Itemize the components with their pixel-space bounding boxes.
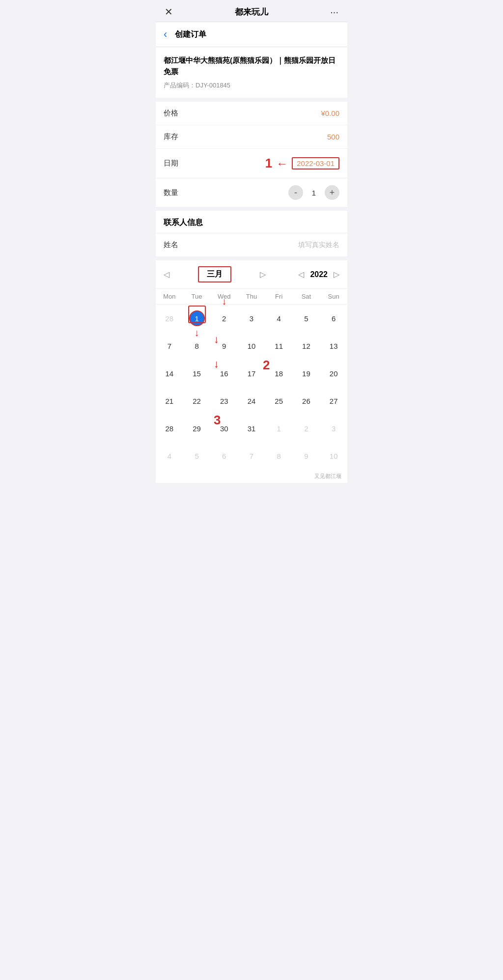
calendar-section: ◁ 三月 ▷ ◁ 2022 ▷ Mon Tue Wed Thu Fri Sat … [156,260,347,483]
cal-day-26[interactable]: 26 [293,387,320,415]
qty-minus-button[interactable]: - [288,185,303,200]
cal-day-19[interactable]: 19 [293,360,320,387]
stock-value: 500 [327,133,339,141]
cal-day-6-apr[interactable]: 6 [210,442,238,470]
calendar-grid: 28 1 2 ↓ 3 4 5 6 [156,305,347,470]
weekday-tue: Tue [183,289,211,304]
weekday-wed: Wed [210,289,238,304]
cal-day-28-mar[interactable]: 28 [156,415,183,442]
cal-day-5[interactable]: 5 [293,305,320,332]
stock-row: 库存 500 [156,125,347,149]
date-row[interactable]: 日期 1 ← 2022-03-01 [156,149,347,178]
cal-day-9-apr[interactable]: 9 [293,442,320,470]
weekday-sun: Sun [320,289,347,304]
cal-day-30[interactable]: 30 [210,415,238,442]
cal-day-6[interactable]: 6 [320,305,347,332]
cal-day-21[interactable]: 21 [156,387,183,415]
next-year-button[interactable]: ▷ [330,268,343,281]
info-section: 价格 ¥0.00 库存 500 日期 1 ← 2022-03-01 数量 - 1… [156,102,347,207]
contact-section: 联系人信息 姓名 填写真实姓名 [156,211,347,256]
weekday-sat: Sat [293,289,320,304]
top-nav: ✕ 都来玩儿 ··· [156,0,347,22]
calendar-weekdays: Mon Tue Wed Thu Fri Sat Sun [156,289,347,305]
cal-day-18[interactable]: 18 [265,360,293,387]
annotation-1-label: 1 [265,156,272,171]
cal-day-16[interactable]: 16 [210,360,238,387]
cal-day-14[interactable]: 14 [156,360,183,387]
contact-header: 联系人信息 [156,211,347,233]
cal-day-22[interactable]: 22 [183,387,211,415]
qty-controls: - 1 + [288,185,339,200]
page-header: ‹ 创建订单 [156,22,347,47]
cal-day-25[interactable]: 25 [265,387,293,415]
price-label: 价格 [164,109,178,118]
cal-day-31[interactable]: 31 [238,415,265,442]
contact-name-row[interactable]: 姓名 填写真实姓名 [156,233,347,256]
weekday-mon: Mon [156,289,183,304]
cal-day-1-apr[interactable]: 1 [265,415,293,442]
weekday-fri: Fri [265,289,293,304]
date-label: 日期 [164,159,178,168]
cal-day-12[interactable]: 12 [293,332,320,360]
page-title: 创建订单 [175,29,206,40]
cal-day-8[interactable]: 8 ↓ [183,332,211,360]
close-icon[interactable]: ✕ [165,6,173,18]
prev-year-button[interactable]: ◁ [294,268,308,281]
cal-day-20[interactable]: 20 [320,360,347,387]
cal-day-23[interactable]: 23 [210,387,238,415]
cal-day-4[interactable]: 4 [265,305,293,332]
product-title: 都江堰中华大熊猫苑(原熊猫乐园）｜熊猫乐园开放日免票 [164,55,339,77]
cal-day-7-apr[interactable]: 7 [238,442,265,470]
qty-row: 数量 - 1 + [156,178,347,207]
year-label: 2022 [310,270,328,279]
month-box[interactable]: 三月 [198,266,231,282]
cal-day-2[interactable]: 2 ↓ [210,305,238,332]
qty-label: 数量 [164,188,178,197]
back-button[interactable]: ‹ [164,28,167,41]
weekday-thu: Thu [238,289,265,304]
next-month-button[interactable]: ▷ [256,268,270,281]
date-value[interactable]: 2022-03-01 [292,157,339,169]
cal-day-15[interactable]: 15 [183,360,211,387]
cal-day-29[interactable]: 29 [183,415,211,442]
prev-month-button[interactable]: ◁ [160,268,173,281]
cal-day-10[interactable]: 10 [238,332,265,360]
annotation-arrow-left: ← [276,157,288,170]
app-title: 都来玩儿 [235,6,268,18]
cal-day-3[interactable]: 3 [238,305,265,332]
cal-day-9[interactable]: 9 [210,332,238,360]
cal-day-4-apr[interactable]: 4 [156,442,183,470]
price-value: ¥0.00 [321,109,339,117]
cal-day-7[interactable]: 7 [156,332,183,360]
price-row: 价格 ¥0.00 [156,102,347,125]
cal-day-3-apr[interactable]: 3 [320,415,347,442]
year-nav-group: ◁ 2022 ▷ [294,268,343,281]
cal-day-2-apr[interactable]: 2 [293,415,320,442]
cal-day-1[interactable]: 1 [183,305,211,332]
cal-day-27[interactable]: 27 [320,387,347,415]
cal-day-28-prev[interactable]: 28 [156,305,183,332]
cal-day-17[interactable]: 17 [238,360,265,387]
cal-day-5-apr[interactable]: 5 [183,442,211,470]
product-code: 产品编码：DJY-001845 [164,81,339,90]
cal-day-10-apr[interactable]: 10 [320,442,347,470]
cal-day-8-apr[interactable]: 8 [265,442,293,470]
product-section: 都江堰中华大熊猫苑(原熊猫乐园）｜熊猫乐园开放日免票 产品编码：DJY-0018… [156,47,347,98]
qty-value: 1 [309,189,319,197]
watermark: 又见都江堰 [156,470,347,483]
contact-name-placeholder: 填写真实姓名 [298,241,339,250]
contact-name-label: 姓名 [164,240,178,250]
more-icon[interactable]: ··· [330,6,338,18]
cal-day-11[interactable]: 11 [265,332,293,360]
cal-day-13[interactable]: 13 [320,332,347,360]
qty-plus-button[interactable]: + [325,185,339,200]
cal-day-24[interactable]: 24 [238,387,265,415]
stock-label: 库存 [164,132,178,141]
calendar-nav: ◁ 三月 ▷ ◁ 2022 ▷ [156,260,347,289]
